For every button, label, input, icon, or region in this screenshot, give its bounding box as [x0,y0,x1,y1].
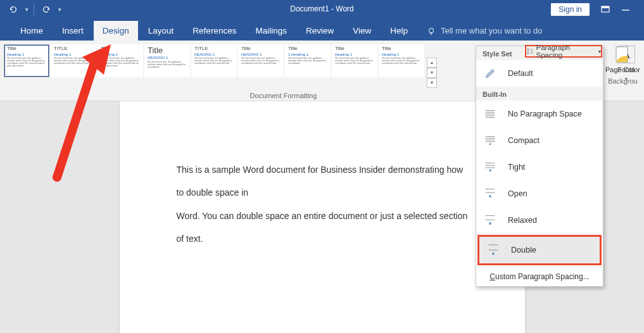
ps-default-label: Default [508,69,533,78]
qat-customize-icon[interactable]: ▾ [58,6,61,13]
page-color-icon [612,46,633,66]
tab-review[interactable]: Review [297,21,343,41]
redo-button[interactable] [39,3,53,16]
built-in-header: Built-In [476,87,603,101]
paragraph-spacing-label: Paragraph Spacing [536,44,596,59]
svg-rect-1 [602,6,609,8]
chevron-down-icon: ▾ [598,49,601,54]
tell-me-placeholder: Tell me what you want to do [441,26,542,35]
gallery-scroll: ▴ ▾ ▾ [427,48,437,97]
gallery-up-icon[interactable]: ▴ [427,58,437,68]
gallery-more-icon[interactable]: ▾ [427,78,437,88]
style-set-item[interactable]: Title HEADING 1 On the Insert tab, the g… [144,44,190,77]
ps-item-label: Double [511,246,536,254]
style-set-item[interactable]: TITLE Heading 1 On the Insert tab, the g… [51,44,96,77]
ps-custom-label: Custom Paragraph Spacing... [489,272,589,281]
ps-item-label: Compact [508,136,540,145]
tab-mailings[interactable]: Mailings [246,21,296,41]
doc-line-1: This is a sample Word document for Busin… [177,165,464,198]
paragraph-spacing-menu: Style Set Default Built-In No Paragraph … [476,46,603,287]
style-set-item[interactable]: Title HEADING 1 On the Insert tab, the g… [238,44,284,77]
window-controls: Sign in [551,0,644,19]
undo-button[interactable] [6,3,20,16]
quick-access-toolbar: ▾ ▾ [6,0,61,19]
ps-default[interactable]: Default [476,60,603,87]
gallery-down-icon[interactable]: ▾ [427,68,437,78]
paragraph-spacing-button[interactable]: Paragraph Spacing ▾ [525,45,602,58]
page-color-button[interactable]: Page Color [603,44,643,75]
spacing-relaxed-icon [483,213,498,228]
ps-item-label: Tight [508,163,525,172]
style-set-item[interactable]: Title Heading 1 On the Insert tab, the g… [379,44,424,77]
ps-relaxed[interactable]: Relaxed [476,207,603,234]
doc-line-2: Word. You can double space an entire doc… [177,211,468,244]
spacing-open-icon [483,186,498,201]
page-color-label: Page Color [605,66,640,73]
brush-icon [483,66,498,81]
ps-custom[interactable]: Custom Paragraph Spacing... [476,267,603,286]
tab-layout[interactable]: Layout [139,21,183,41]
spacing-none-icon [483,106,498,122]
window-title: Document1 - Word [0,4,644,13]
tell-me-search[interactable]: Tell me what you want to do [427,26,542,41]
ps-compact[interactable]: Compact [476,127,603,154]
ps-item-label: No Paragraph Space [508,110,582,118]
page-background-group: Page Color Backgrou [603,44,643,85]
ribbon-tabs: Home Insert Design Layout References Mai… [0,19,644,41]
paragraph-spacing-icon [526,47,534,55]
svg-point-3 [429,28,434,32]
spacing-compact-icon [483,133,498,148]
undo-dropdown-icon[interactable]: ▾ [25,6,28,13]
spacing-tight-icon [483,160,498,175]
style-set-item[interactable]: Title Heading 1 On the Insert tab, the g… [4,44,49,77]
tab-insert[interactable]: Insert [53,21,92,41]
lightbulb-icon [427,27,436,35]
ps-tight[interactable]: Tight [476,154,603,180]
style-set-item[interactable]: Title Heading 1 On the Insert tab, the g… [98,44,143,77]
ribbon-display-icon[interactable] [601,5,610,14]
tab-references[interactable]: References [184,21,245,41]
style-set-item[interactable]: TITLE HEADING 1 On the Insert tab, the g… [191,44,237,77]
document-formatting-group-label: Document Formatting [188,92,378,99]
ps-no-space[interactable]: No Paragraph Space [476,101,603,127]
page-background-label: Backgrou [608,77,637,85]
sign-in-button[interactable]: Sign in [551,3,590,16]
tab-help[interactable]: Help [381,21,417,41]
tab-home[interactable]: Home [11,21,52,41]
style-set-item[interactable]: Title Heading 1 On the Insert tab, the g… [332,44,377,77]
minimize-icon[interactable] [621,5,630,14]
ps-double[interactable]: Double [477,235,602,265]
tab-view[interactable]: View [344,21,380,41]
style-set-item[interactable]: Title 1 Heading 1 On the Insert tab, the… [285,44,331,77]
title-bar: ▾ ▾ Document1 - Word Sign in [0,0,644,19]
ps-item-label: Open [508,189,527,198]
qat-separator [34,4,34,15]
ps-open[interactable]: Open [476,180,603,207]
spacing-double-icon [486,242,501,258]
ps-item-label: Relaxed [508,216,537,225]
document-page[interactable]: This is a sample Word document for Busin… [120,101,525,333]
tab-design[interactable]: Design [94,21,138,41]
